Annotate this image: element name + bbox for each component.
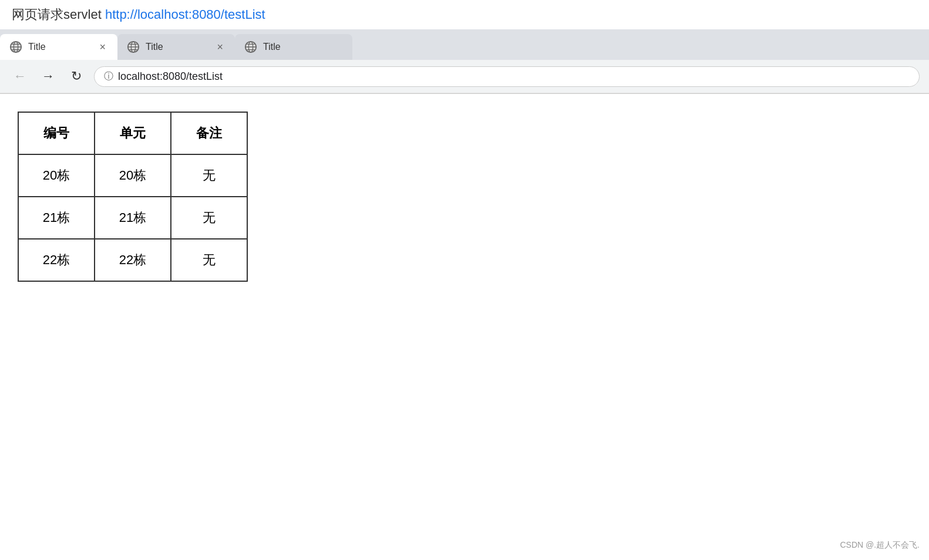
tab-1-close-button[interactable]: × — [97, 40, 108, 55]
back-button[interactable]: ← — [9, 66, 31, 87]
watermark: CSDN @.超人不会飞. — [840, 540, 920, 551]
table-cell-1-0: 21栋 — [18, 197, 95, 239]
globe-icon-tab2 — [127, 41, 140, 53]
table-cell-0-1: 20栋 — [95, 154, 171, 197]
column-header-bianghao: 编号 — [18, 112, 95, 154]
table-row: 21栋21栋无 — [18, 197, 247, 239]
address-text: localhost:8080/testList — [118, 70, 223, 83]
globe-icon-tab3 — [244, 41, 257, 53]
table-cell-2-1: 22栋 — [95, 239, 171, 281]
address-bar-row: ← → ↻ ⓘ localhost:8080/testList — [0, 60, 929, 93]
table-row: 20栋20栋无 — [18, 154, 247, 197]
table-cell-0-0: 20栋 — [18, 154, 95, 197]
table-cell-1-1: 21栋 — [95, 197, 171, 239]
annotation-prefix: 网页请求servlet — [12, 7, 105, 22]
table-header-row: 编号 单元 备注 — [18, 112, 247, 154]
forward-button[interactable]: → — [38, 66, 59, 87]
annotation-link[interactable]: http://localhost:8080/testList — [105, 7, 265, 22]
globe-icon-tab1 — [9, 41, 22, 53]
browser-tab-1[interactable]: Title × — [0, 34, 117, 60]
reload-button[interactable]: ↻ — [66, 66, 87, 87]
table-cell-0-2: 无 — [171, 154, 247, 197]
annotation-bar: 网页请求servlet http://localhost:8080/testLi… — [0, 0, 929, 29]
table-cell-2-2: 无 — [171, 239, 247, 281]
browser-tab-2[interactable]: Title × — [117, 34, 235, 60]
address-bar[interactable]: ⓘ localhost:8080/testList — [94, 66, 920, 87]
table-cell-2-0: 22栋 — [18, 239, 95, 281]
separator — [0, 93, 929, 93]
column-header-beizhu: 备注 — [171, 112, 247, 154]
tab-3-title: Title — [263, 42, 343, 52]
page-content: 编号 单元 备注 20栋20栋无21栋21栋无22栋22栋无 — [0, 94, 929, 299]
tab-1-title: Title — [28, 42, 91, 52]
browser-chrome: Title × Title × Title — [0, 29, 929, 94]
tab-2-close-button[interactable]: × — [214, 40, 225, 55]
browser-tab-3[interactable]: Title — [235, 34, 352, 60]
table-cell-1-2: 无 — [171, 197, 247, 239]
column-header-danyuan: 单元 — [95, 112, 171, 154]
data-table: 编号 单元 备注 20栋20栋无21栋21栋无22栋22栋无 — [18, 112, 248, 282]
tab-2-title: Title — [146, 42, 208, 52]
table-row: 22栋22栋无 — [18, 239, 247, 281]
info-icon: ⓘ — [104, 70, 113, 83]
tab-bar: Title × Title × Title — [0, 29, 929, 60]
